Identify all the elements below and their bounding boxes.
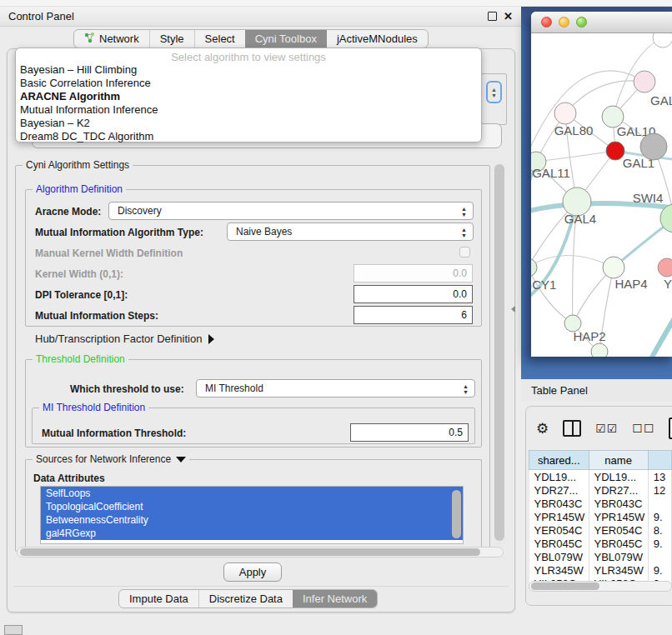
corner-grip[interactable]	[4, 625, 23, 635]
tab-discretize-data[interactable]: Discretize Data	[198, 590, 293, 608]
attribute-item-betweennesscentrality[interactable]: BetweennessCentrality	[41, 513, 463, 527]
table-cell[interactable]: YER054C	[589, 523, 648, 537]
attribute-item-topologicalcoefficient[interactable]: TopologicalCoefficient	[41, 500, 463, 513]
table-cell[interactable]	[648, 550, 671, 563]
mi-steps-value: 6	[461, 309, 467, 321]
table-cell[interactable]: YBL079W	[529, 550, 589, 563]
network-node-gcy1[interactable]	[531, 258, 537, 277]
close-icon[interactable]: ✕	[504, 12, 513, 21]
network-canvas[interactable]: GALGAL80GAL10GAL1GAL11GAL4SWI4GCY1HAP4YH…	[531, 33, 672, 357]
table-cell[interactable]: YER054C	[529, 523, 589, 537]
network-node[interactable]	[640, 133, 667, 160]
tab-impute-data[interactable]: Impute Data	[119, 590, 198, 608]
tab-cyni-toolbox[interactable]: Cyni Toolbox	[245, 30, 327, 48]
network-node-gal80[interactable]	[554, 102, 576, 124]
table-cell[interactable]: 12	[648, 483, 671, 497]
tab-select[interactable]: Select	[194, 30, 245, 48]
dpi-tolerance-field[interactable]: 0.0	[354, 285, 473, 303]
table-cell[interactable]	[648, 497, 671, 510]
tab-infer-network[interactable]: Infer Network	[293, 590, 377, 608]
attribute-item-gal4rgexp[interactable]: gal4RGexp	[41, 527, 463, 540]
table-row[interactable]: YDL19...YDL19...13	[529, 470, 672, 484]
float-window-icon[interactable]	[488, 12, 497, 21]
algorithm-option-bayesian-hill-climbing[interactable]: Bayesian – Hill Climbing	[16, 63, 481, 77]
collapse-down-icon[interactable]	[176, 457, 186, 462]
aracne-mode-combo[interactable]: Discovery ▲▼	[108, 202, 474, 220]
minimize-traffic-light-icon[interactable]	[559, 17, 569, 28]
table-cell[interactable]: YDR27...	[529, 483, 589, 497]
algorithm-option-mutual-information-inference[interactable]: Mutual Information Inference	[16, 103, 481, 117]
table-cell[interactable]: YDL19...	[589, 470, 648, 484]
manual-kernel-checkbox[interactable]	[459, 247, 470, 258]
table-cell[interactable]: YBL079W	[589, 550, 648, 563]
data-table[interactable]: shared...nameYDL19...YDL19...13YDR27...Y…	[529, 450, 672, 583]
table-cell[interactable]: YPR145W	[589, 510, 648, 523]
checked-pair-icon[interactable]: ☑☑	[595, 422, 618, 435]
columns-icon[interactable]	[563, 420, 581, 437]
settings-horizontal-scrollbar[interactable]	[17, 547, 504, 558]
node-label: GAL4	[564, 212, 596, 226]
gear-icon[interactable]: ⚙	[536, 420, 549, 438]
settings-vertical-scrollbar[interactable]	[494, 162, 505, 546]
unchecked-pair-icon[interactable]: ☐☐	[632, 422, 654, 435]
table-row[interactable]: YBR043CYBR043C	[529, 497, 672, 510]
node-label: HAP2	[573, 329, 605, 343]
table-cell[interactable]: 13	[648, 470, 671, 484]
table-horizontal-scrollbar[interactable]	[529, 581, 672, 592]
table-row[interactable]: YER054CYER054C8.	[529, 523, 672, 537]
network-window-titlebar[interactable]	[531, 12, 672, 33]
table-row[interactable]: YDR27...YDR27...12	[529, 483, 672, 497]
tab-label: Network	[99, 32, 139, 45]
tab-style[interactable]: Style	[149, 30, 194, 48]
column-header-name[interactable]: name	[589, 451, 648, 470]
network-window[interactable]: GALGAL80GAL10GAL1GAL11GAL4SWI4GCY1HAP4YH…	[531, 12, 672, 357]
data-attributes-list[interactable]: SelfLoopsTopologicalCoefficientBetweenne…	[40, 486, 464, 544]
zoom-traffic-light-icon[interactable]	[576, 17, 587, 28]
table-cell[interactable]: YLR345W	[529, 563, 589, 577]
column-header-2[interactable]	[648, 451, 671, 470]
algorithm-option-basic-correlation-inference[interactable]: Basic Correlation Inference	[16, 77, 481, 90]
network-node[interactable]	[591, 343, 608, 357]
apply-button[interactable]: Apply	[223, 562, 282, 582]
algorithm-option-dream8-dc-tdc-algorithm[interactable]: Dream8 DC_TDC Algorithm	[16, 130, 481, 143]
mi-steps-field[interactable]: 6	[354, 306, 473, 324]
network-node[interactable]	[653, 33, 672, 48]
kernel-width-field[interactable]: 0.0	[354, 264, 473, 282]
table-cell[interactable]: 8.	[648, 523, 671, 537]
table-cell[interactable]: YDR27...	[589, 483, 648, 497]
node-label: GAL80	[554, 123, 594, 138]
table-cell[interactable]: YLR345W	[589, 563, 648, 577]
document-icon[interactable]	[669, 418, 672, 439]
table-cell[interactable]: YDL19...	[529, 470, 589, 484]
tab-network[interactable]: Network	[74, 30, 149, 48]
table-cell[interactable]: 9.	[648, 537, 671, 550]
table-cell[interactable]: YBR045C	[589, 537, 648, 550]
table-cell[interactable]: YBR045C	[529, 537, 589, 550]
network-node-y[interactable]	[658, 258, 672, 277]
list-scrollbar-thumb[interactable]	[452, 490, 461, 538]
mi-threshold-field[interactable]: 0.5	[350, 423, 469, 442]
which-threshold-combo[interactable]: MI Threshold ▲▼	[196, 379, 475, 398]
splitter-collapse-icon[interactable]	[511, 306, 515, 312]
table-row[interactable]: YPR145WYPR145W9.	[529, 510, 672, 523]
attribute-item-selfloops[interactable]: SelfLoops	[41, 487, 463, 500]
table-row[interactable]: YLR345WYLR345W9.	[529, 563, 672, 577]
table-cell[interactable]: 9.	[648, 510, 671, 523]
network-node-hap4[interactable]	[603, 257, 624, 278]
table-cell[interactable]: YBR043C	[529, 497, 589, 510]
algorithm-option-aracne-algorithm[interactable]: ARACNE Algorithm	[16, 90, 481, 103]
mi-type-combo[interactable]: Naive Bayes ▲▼	[227, 222, 474, 241]
hub-definition-expander[interactable]: Hub/Transcription Factor Definition	[35, 332, 214, 345]
combo-spinner-button[interactable]: ▲▼	[486, 81, 502, 103]
algorithm-option-bayesian-k2[interactable]: Bayesian – K2	[16, 117, 481, 130]
network-node-gal[interactable]	[634, 71, 655, 92]
table-row[interactable]: YBL079WYBL079W	[529, 550, 672, 563]
table-cell[interactable]: 9.	[648, 563, 671, 577]
column-header-shared[interactable]: shared...	[529, 451, 589, 470]
tab-jactivemnodules[interactable]: jActiveMNodules	[327, 30, 428, 48]
table-cell[interactable]: YBR043C	[589, 497, 648, 510]
table-row[interactable]: YBR045CYBR045C9.	[529, 537, 672, 550]
network-node-gal1[interactable]	[606, 142, 624, 160]
close-traffic-light-icon[interactable]	[541, 17, 552, 28]
table-cell[interactable]: YPR145W	[529, 510, 589, 523]
